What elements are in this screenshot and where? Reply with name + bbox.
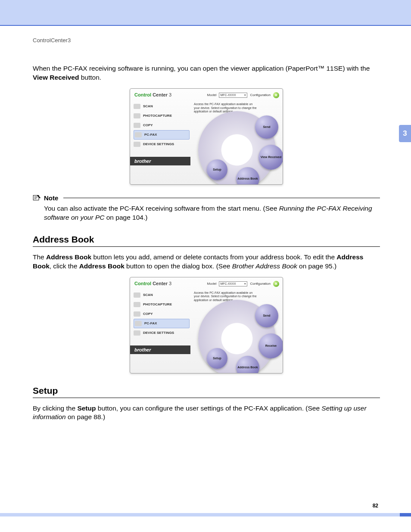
screenshot-controlcenter-2: Control Center 3 Model MFC-XXXX ▾ Config… bbox=[130, 277, 283, 373]
t: Address Book bbox=[79, 262, 125, 270]
model-value: MFC-XXXX bbox=[220, 282, 236, 285]
brother-brand-bar: brother bbox=[130, 157, 190, 165]
close-icon[interactable]: ✕ bbox=[273, 92, 279, 98]
sidebar-label: PHOTOCAPTURE bbox=[143, 302, 172, 306]
app-title: Control Center 3 bbox=[134, 92, 171, 97]
app-title-control: Control bbox=[134, 92, 151, 97]
sidebar-label: SCAN bbox=[143, 293, 153, 297]
app-title-center: Center bbox=[151, 281, 168, 286]
header-breadcrumb: ControlCenter3 bbox=[33, 37, 380, 44]
sidebar-item-photocapture[interactable]: PHOTOCAPTURE bbox=[134, 111, 190, 121]
scan-icon bbox=[134, 292, 140, 298]
sidebar-item-copy[interactable]: COPY bbox=[134, 309, 190, 319]
app-title-center: Center bbox=[151, 92, 168, 97]
sidebar-label: PC-FAX bbox=[144, 133, 157, 137]
intro-bold: View Received bbox=[33, 74, 79, 81]
note-post: on page 104.) bbox=[104, 214, 147, 221]
app-title-num: 3 bbox=[168, 281, 171, 286]
note-icon bbox=[33, 194, 41, 201]
model-dropdown[interactable]: MFC-XXXX ▾ bbox=[219, 93, 247, 98]
configuration-label[interactable]: Configuration bbox=[250, 93, 271, 97]
t: button to open the dialog box. (See bbox=[125, 262, 232, 270]
note-body: You can also activate the PC-FAX receivi… bbox=[33, 202, 380, 222]
screenshot-controlcenter-1: Control Center 3 Model MFC-XXXX ▾ Config… bbox=[130, 88, 283, 185]
sidebar-item-pcfax[interactable]: PC-FAX bbox=[134, 130, 190, 140]
t: Brother Address Book bbox=[232, 262, 297, 270]
photo-icon bbox=[134, 113, 140, 118]
chapter-side-tab: 3 bbox=[399, 125, 411, 142]
app-sidebar: SCAN PHOTOCAPTURE COPY PC-FAX DEVICE SET… bbox=[134, 290, 190, 338]
t: on page 95.) bbox=[297, 262, 336, 270]
app-header-right: Model MFC-XXXX ▾ Configuration ✕ bbox=[207, 92, 279, 98]
t: The bbox=[33, 253, 46, 261]
footer-accent bbox=[400, 513, 411, 516]
t: , click the bbox=[50, 262, 79, 270]
setup-paragraph: By clicking the Setup button, you can co… bbox=[33, 404, 380, 422]
orb-setup[interactable]: Setup bbox=[207, 348, 227, 369]
fax-icon bbox=[135, 321, 142, 326]
intro-paragraph: When the PC-FAX receiving software is ru… bbox=[33, 64, 380, 82]
model-label: Model bbox=[207, 282, 217, 286]
photo-icon bbox=[134, 302, 140, 307]
app-title: Control Center 3 bbox=[134, 281, 171, 286]
orb-setup[interactable]: Setup bbox=[207, 159, 227, 180]
sidebar-item-device-settings[interactable]: DEVICE SETTINGS bbox=[134, 140, 190, 149]
sidebar-item-scan[interactable]: SCAN bbox=[134, 290, 190, 300]
note-label: Note bbox=[44, 194, 58, 202]
orb-receive[interactable]: Receive bbox=[258, 333, 283, 358]
intro-post: button. bbox=[79, 74, 101, 81]
orb-send[interactable]: Send bbox=[255, 115, 278, 139]
note-block: Note You can also activate the PC-FAX re… bbox=[33, 194, 380, 222]
device-icon bbox=[134, 330, 140, 336]
app-header-right: Model MFC-XXXX ▾ Configuration ✕ bbox=[207, 281, 279, 287]
app-sidebar: SCAN PHOTOCAPTURE COPY PC-FAX DEVICE SET… bbox=[134, 102, 190, 149]
fax-icon bbox=[135, 132, 142, 137]
section-title-address-book: Address Book bbox=[33, 234, 380, 245]
model-label: Model bbox=[207, 93, 217, 97]
copy-icon bbox=[134, 123, 140, 128]
section-rule bbox=[33, 246, 380, 247]
app-title-control: Control bbox=[134, 281, 151, 286]
t: button lets you add, amend or delete con… bbox=[91, 253, 336, 261]
sidebar-label: PC-FAX bbox=[144, 321, 157, 325]
device-icon bbox=[134, 142, 140, 147]
footer-band bbox=[0, 513, 411, 516]
model-value: MFC-XXXX bbox=[220, 93, 236, 96]
sidebar-item-copy[interactable]: COPY bbox=[134, 121, 190, 130]
page-number: 82 bbox=[373, 503, 378, 509]
t: Address Book bbox=[46, 253, 91, 261]
copy-icon bbox=[134, 311, 140, 317]
app-title-num: 3 bbox=[168, 92, 171, 97]
note-pre: You can also activate the PC-FAX receivi… bbox=[44, 205, 279, 212]
t: button, you can configure the user setti… bbox=[96, 404, 321, 412]
brother-brand-bar: brother bbox=[130, 345, 190, 354]
sidebar-label: COPY bbox=[143, 123, 153, 127]
sidebar-label: COPY bbox=[143, 312, 153, 316]
note-rule bbox=[63, 198, 380, 198]
sidebar-label: PHOTOCAPTURE bbox=[143, 114, 172, 118]
close-icon[interactable]: ✕ bbox=[273, 281, 279, 287]
section-rule bbox=[33, 398, 380, 398]
t: By clicking the bbox=[33, 404, 77, 412]
t: on page 88.) bbox=[66, 413, 105, 420]
sidebar-item-photocapture[interactable]: PHOTOCAPTURE bbox=[134, 300, 190, 309]
sidebar-label: DEVICE SETTINGS bbox=[143, 331, 174, 335]
sidebar-item-device-settings[interactable]: DEVICE SETTINGS bbox=[134, 328, 190, 338]
orb-wheel: Send Receive Address Book Setup bbox=[194, 296, 280, 373]
chevron-down-icon: ▾ bbox=[244, 93, 246, 97]
scan-icon bbox=[134, 104, 140, 109]
orb-view-received[interactable]: View Received bbox=[258, 145, 283, 170]
orb-send[interactable]: Send bbox=[255, 304, 278, 327]
t: Setup bbox=[77, 404, 96, 412]
sidebar-item-scan[interactable]: SCAN bbox=[134, 102, 190, 111]
sidebar-label: DEVICE SETTINGS bbox=[143, 142, 174, 146]
model-dropdown[interactable]: MFC-XXXX ▾ bbox=[219, 281, 247, 286]
sidebar-label: SCAN bbox=[143, 104, 153, 108]
intro-pre: When the PC-FAX receiving software is ru… bbox=[33, 65, 370, 72]
orb-wheel: Send View Received Address Book Setup bbox=[194, 107, 280, 185]
configuration-label[interactable]: Configuration bbox=[250, 282, 271, 286]
sidebar-item-pcfax[interactable]: PC-FAX bbox=[134, 319, 190, 328]
section-title-setup: Setup bbox=[33, 386, 380, 396]
chevron-down-icon: ▾ bbox=[244, 282, 246, 286]
address-book-paragraph: The Address Book button lets you add, am… bbox=[33, 253, 380, 271]
